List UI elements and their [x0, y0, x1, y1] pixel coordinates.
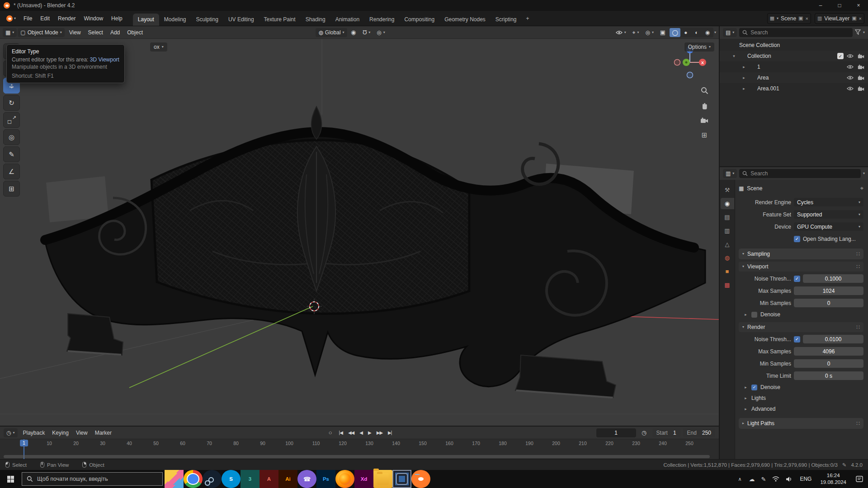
tab-object-icon[interactable]: ■: [721, 266, 734, 277]
scrollbar-thumb[interactable]: [4, 455, 710, 458]
hide-viewport-eye-icon[interactable]: [845, 54, 854, 58]
menubar-item[interactable]: Render: [54, 14, 80, 23]
start-frame-field[interactable]: Start 1: [652, 428, 680, 437]
menubar-item[interactable]: Window: [80, 14, 107, 23]
pin-icon[interactable]: ⌖: [860, 185, 863, 192]
taskbar-app-skype-icon[interactable]: S: [222, 470, 241, 488]
outliner-row-scene-collection[interactable]: Scene Collection ✓: [720, 40, 868, 51]
viewport-menu-item[interactable]: Object: [123, 28, 146, 38]
hide-viewport-eye-icon[interactable]: [845, 65, 854, 69]
collapsed-panel-row[interactable]: ▸ ✓ Lights: [739, 393, 863, 404]
outliner-row-area-001[interactable]: ▸ Area.001 ✓: [720, 83, 868, 94]
maximize-button[interactable]: □: [830, 0, 849, 11]
prev-keyframe-button[interactable]: ◀◀: [346, 429, 356, 436]
expander-icon[interactable]: ▸: [741, 75, 746, 80]
collapsed-panel-row[interactable]: ▸ ✓ Denoise: [739, 309, 863, 320]
taskbar-app-viber-icon[interactable]: ☎: [297, 470, 316, 488]
checkbox[interactable]: ✓: [751, 312, 757, 318]
chevron-down-icon[interactable]: ▾: [863, 31, 865, 34]
shading-wireframe-button[interactable]: ◯: [670, 28, 680, 37]
workspace-tab[interactable]: Geometry Nodes: [439, 14, 491, 26]
tool-transform[interactable]: ◎: [3, 129, 20, 145]
number-field[interactable]: 0: [794, 359, 863, 368]
checkbox[interactable]: ✓: [794, 276, 800, 282]
collection-checkbox[interactable]: ✓: [837, 53, 844, 59]
menubar-item[interactable]: Edit: [36, 14, 54, 23]
shading-solid-button[interactable]: ●: [680, 28, 691, 37]
next-keyframe-button[interactable]: ▶▶: [374, 429, 385, 436]
properties-search-input[interactable]: Search: [739, 169, 861, 178]
timeline-menu-item[interactable]: Keying: [48, 428, 72, 438]
disable-render-camera-icon[interactable]: [856, 75, 865, 80]
cloud-icon[interactable]: ☁: [746, 476, 758, 483]
expander-icon[interactable]: ▸: [741, 86, 746, 91]
taskbar-app-steam-icon[interactable]: [203, 470, 222, 488]
dropdown-field[interactable]: GPU Compute ▾: [794, 222, 863, 231]
tab-output-icon[interactable]: ▤: [721, 211, 734, 223]
viewport-menu-item[interactable]: Add: [107, 28, 123, 38]
expander-icon[interactable]: ▾: [731, 54, 736, 58]
timeline-ruler[interactable]: 1020304050607080901001101201301401501601…: [0, 439, 719, 459]
tab-tool-icon[interactable]: ⚒: [721, 184, 734, 196]
osl-checkbox[interactable]: ✓: [794, 236, 800, 242]
transform-orientation-dropdown[interactable]: ◍ Global ▾: [316, 28, 347, 37]
collapsed-panel-row[interactable]: ▸ ✓ Advanced: [739, 404, 863, 414]
tray-chevron-icon[interactable]: ∧: [734, 476, 745, 482]
jump-to-end-button[interactable]: ▶|: [386, 429, 394, 436]
taskbar-app-chrome-icon[interactable]: [184, 470, 203, 488]
subsection-viewport[interactable]: ▾ Viewport ∷: [739, 262, 863, 272]
menu-dots-icon[interactable]: ∷: [856, 324, 860, 330]
new-viewlayer-button[interactable]: ▣: [852, 15, 856, 21]
number-field[interactable]: 0.1000: [803, 274, 863, 283]
close-button[interactable]: ×: [849, 0, 868, 11]
outliner-row-area[interactable]: ▸ Area ✓: [720, 72, 868, 83]
workspace-tab[interactable]: Layout: [133, 14, 159, 26]
workspace-tab[interactable]: Animation: [330, 14, 364, 26]
editor-type-button[interactable]: ▦ ▾: [3, 28, 17, 37]
workspace-tab[interactable]: Rendering: [364, 14, 399, 26]
tab-texture-icon[interactable]: ▩: [721, 279, 734, 291]
gizmo-neg-x[interactable]: [675, 60, 680, 66]
taskbar-app-explorer-icon[interactable]: [373, 470, 392, 488]
menu-dots-icon[interactable]: ∷: [856, 251, 860, 257]
timeline-menu-item[interactable]: Playback: [19, 428, 49, 438]
zoom-icon[interactable]: [700, 86, 709, 95]
auto-keying-toggle[interactable]: ○: [325, 428, 336, 438]
pivot-point-button[interactable]: ◉: [348, 28, 359, 38]
tool-settings-dropdown-partial[interactable]: ox ▾: [150, 42, 167, 52]
number-field[interactable]: 0.0100: [803, 335, 863, 343]
outliner-search-input[interactable]: Search: [739, 28, 853, 37]
number-field[interactable]: 1024: [794, 286, 863, 295]
outliner-row-collection[interactable]: ▾ Collection ✓: [720, 51, 868, 61]
tool-measure[interactable]: ∠: [3, 164, 20, 179]
timeline-scrollbar[interactable]: [4, 455, 715, 458]
clock-icon[interactable]: ◷: [639, 428, 650, 438]
filter-icon[interactable]: [855, 29, 861, 36]
chevron-down-icon[interactable]: ▾: [863, 172, 865, 175]
timeline-menu-item[interactable]: View: [72, 428, 91, 438]
taskbar-app-illustrator-icon[interactable]: Ai: [278, 470, 297, 488]
checkbox[interactable]: ✓: [794, 336, 800, 343]
jump-to-start-button[interactable]: |◀: [337, 429, 345, 436]
tab-view-layer-icon[interactable]: ▥: [721, 225, 734, 236]
new-scene-button[interactable]: ▣: [798, 15, 803, 21]
taskbar-app-xd-icon[interactable]: Xd: [354, 470, 373, 488]
collapsed-panel-row[interactable]: ▸ ✓ Denoise: [739, 382, 863, 393]
tab-render-icon[interactable]: ◉: [721, 198, 734, 209]
gizmo-dropdown[interactable]: ⌖ ▾: [630, 28, 642, 37]
number-field[interactable]: 4096: [794, 347, 863, 356]
options-dropdown[interactable]: Options ▾: [684, 42, 714, 52]
menubar-item[interactable]: File: [19, 14, 36, 23]
tab-world-icon[interactable]: ◍: [721, 252, 734, 263]
expander-icon[interactable]: ▸: [741, 65, 746, 69]
viewport-menu-item[interactable]: Select: [85, 28, 107, 38]
section-sampling[interactable]: ▾ Sampling ∷: [739, 249, 863, 259]
tab-scene-icon[interactable]: △: [721, 239, 734, 250]
viewport-canvas[interactable]: ox ▾ Options ▾ ▢⊕↻◎✎∠⊞ Editor Type Curre…: [0, 39, 719, 426]
tool-rotate[interactable]: ↻: [3, 95, 20, 111]
taskbar-app-autocad-icon[interactable]: A: [259, 470, 278, 488]
workspace-tab[interactable]: Texture Paint: [259, 14, 301, 26]
start-button[interactable]: [0, 470, 21, 488]
tool-add-cube[interactable]: ⊞: [3, 181, 20, 197]
clock[interactable]: 16:24 19.08.2024: [816, 472, 851, 486]
